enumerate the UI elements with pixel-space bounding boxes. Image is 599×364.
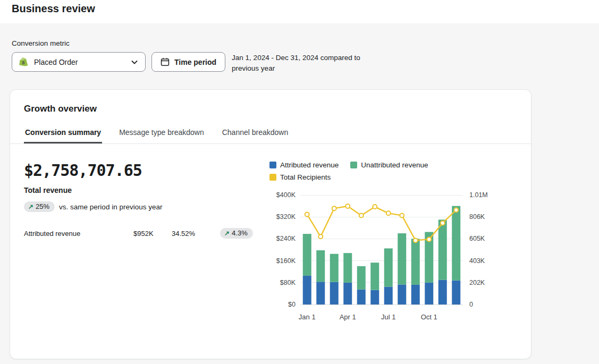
- attributed-change-badge: ↗ 4.3%: [220, 228, 253, 239]
- svg-text:$160K: $160K: [276, 257, 296, 265]
- legend-swatch-recipients: [269, 174, 276, 181]
- conversion-metric-dropdown[interactable]: s Placed Order: [12, 52, 146, 72]
- tab-message-type-breakdown[interactable]: Message type breakdown: [118, 123, 205, 143]
- attributed-revenue-label: Attributed revenue: [24, 230, 133, 238]
- attributed-revenue-row: Attributed revenue $952K 34.52% ↗ 4.3%: [24, 228, 269, 239]
- attributed-revenue-value: $952K: [133, 230, 172, 238]
- svg-text:202K: 202K: [469, 279, 485, 286]
- attributed-change-value: 4.3%: [232, 229, 248, 237]
- growth-percent: 25%: [36, 202, 49, 210]
- svg-text:$80K: $80K: [280, 279, 296, 286]
- svg-text:605K: 605K: [469, 235, 485, 242]
- conversion-metric-label: Conversion metric: [12, 39, 587, 47]
- calendar-icon: [161, 57, 170, 66]
- svg-text:0: 0: [469, 301, 473, 308]
- conversion-metric-value: Placed Order: [34, 58, 78, 66]
- legend-label-recipients: Total Recipients: [280, 173, 331, 181]
- card-tabs: Conversion summary Message type breakdow…: [10, 123, 531, 144]
- chevron-down-icon: [130, 58, 139, 66]
- chart-legend: Attributed revenue Unattributed revenue …: [269, 161, 487, 181]
- svg-text:$240K: $240K: [276, 235, 296, 242]
- svg-text:Jul 1: Jul 1: [381, 313, 395, 321]
- svg-text:Jan 1: Jan 1: [299, 313, 316, 321]
- time-period-button[interactable]: Time period: [151, 52, 225, 72]
- trend-up-icon: ↗: [28, 203, 33, 210]
- growth-badge: ↗ 25%: [24, 201, 55, 212]
- card-title: Growth overview: [24, 104, 517, 114]
- growth-context: vs. same period in previous year: [59, 203, 162, 211]
- legend-label-unattributed: Unattributed revenue: [361, 161, 428, 169]
- page-title: Business review: [12, 3, 599, 15]
- attributed-revenue-share: 34.52%: [172, 230, 220, 238]
- svg-text:1.01M: 1.01M: [469, 191, 488, 199]
- svg-text:403K: 403K: [469, 257, 485, 265]
- svg-text:806K: 806K: [469, 213, 485, 221]
- svg-text:s: s: [22, 59, 25, 65]
- svg-text:$0: $0: [288, 301, 296, 308]
- legend-swatch-unattributed: [350, 162, 357, 168]
- filters-section: Conversion metric s Placed Order Time pe…: [0, 23, 599, 74]
- summary-panel: $2,758,707.65 Total revenue ↗ 25% vs. sa…: [20, 161, 269, 327]
- total-revenue-value: $2,758,707.65: [24, 161, 269, 180]
- page-header: Business review: [0, 0, 599, 23]
- chart-panel: Attributed revenue Unattributed revenue …: [269, 161, 503, 327]
- tab-channel-breakdown[interactable]: Channel breakdown: [221, 123, 290, 143]
- legend-item-attributed: Attributed revenue: [269, 161, 339, 169]
- legend-item-recipients: Total Recipients: [269, 173, 331, 181]
- svg-text:$320K: $320K: [276, 213, 296, 221]
- time-period-label: Time period: [174, 58, 216, 66]
- legend-swatch-attributed: [269, 162, 276, 168]
- legend-item-unattributed: Unattributed revenue: [350, 161, 428, 169]
- svg-text:Oct 1: Oct 1: [421, 313, 437, 321]
- svg-text:Apr 1: Apr 1: [340, 313, 356, 321]
- legend-label-attributed: Attributed revenue: [280, 161, 339, 169]
- period-range-text: Jan 1, 2024 - Dec 31, 2024 compared to p…: [232, 53, 367, 74]
- total-revenue-label: Total revenue: [24, 186, 269, 194]
- tab-conversion-summary[interactable]: Conversion summary: [24, 123, 102, 143]
- shopify-icon: s: [19, 57, 29, 67]
- trend-up-icon: ↗: [224, 230, 230, 237]
- revenue-recipients-chart: $00$80K202K$160K403K$240K605K$320K806K$4…: [269, 188, 493, 325]
- svg-text:$400K: $400K: [276, 191, 296, 199]
- growth-overview-card: Growth overview Conversion summary Messa…: [10, 89, 531, 359]
